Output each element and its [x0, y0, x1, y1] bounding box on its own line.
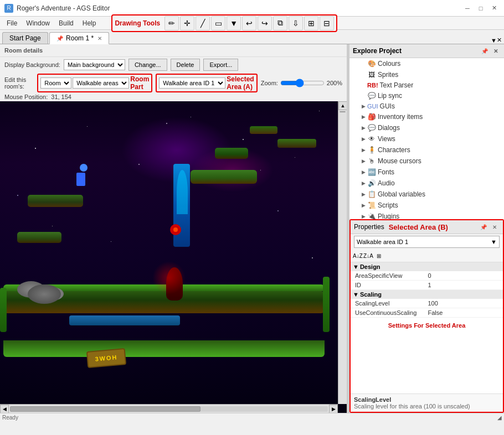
- copy-tool[interactable]: ⧉: [273, 16, 287, 30]
- tab-pin-icon[interactable]: 📌: [56, 35, 63, 42]
- tree-item-text-parser[interactable]: RB! Text Parser: [349, 80, 504, 90]
- fonts-toggle[interactable]: ▶: [359, 169, 367, 175]
- tree-item-inventory[interactable]: ▶ 🎒 Inventory items: [349, 111, 504, 122]
- selected-area-label-a: Selected Area (A): [227, 75, 254, 91]
- tab-room1[interactable]: 📌 Room 1 * ✕: [49, 32, 110, 44]
- scroll-up-button[interactable]: ▲: [338, 101, 347, 110]
- area-specific-view-value[interactable]: 0: [426, 272, 499, 279]
- scroll-left-button[interactable]: ◀: [0, 405, 9, 413]
- audio-label: Audio: [378, 179, 395, 187]
- zoom-group: Zoom: 200%: [261, 79, 342, 87]
- explorer-close-button[interactable]: ✕: [491, 46, 501, 56]
- main-layout: Room details Display Background: Main ba…: [0, 44, 504, 413]
- tab-start-page[interactable]: Start Page: [2, 32, 48, 44]
- scaling-level-value[interactable]: 100: [426, 300, 499, 307]
- tree-item-views[interactable]: ▶ 👁 Views: [349, 133, 504, 144]
- tab-close-all-button[interactable]: ✕: [497, 37, 502, 44]
- category-tool[interactable]: ⊞: [374, 251, 384, 261]
- tree-item-characters[interactable]: ▶ 🧍 Characters: [349, 144, 504, 156]
- selected-area-group: Walkable area ID 1 Selected Area (A): [156, 74, 257, 92]
- tree-item-colours[interactable]: 🎨 Colours: [349, 58, 504, 69]
- mouse-cursors-label: Mouse cursors: [378, 157, 421, 165]
- close-button[interactable]: ✕: [488, 3, 500, 14]
- guis-toggle[interactable]: ▶: [359, 103, 367, 109]
- player-head: [80, 164, 88, 172]
- tab-dropdown-button[interactable]: ▼: [491, 37, 497, 44]
- characters-toggle[interactable]: ▶: [359, 147, 367, 153]
- grid-tool[interactable]: ⊟: [320, 16, 334, 30]
- redo-tool[interactable]: ↪: [258, 16, 272, 30]
- tree-item-lip-sync[interactable]: 💬 Lip sync: [349, 90, 504, 101]
- tree-item-audio[interactable]: ▶ 🔊 Audio: [349, 178, 504, 189]
- dialogs-icon: 💬: [367, 123, 376, 132]
- colours-icon: 🎨: [367, 59, 376, 68]
- views-toggle[interactable]: ▶: [359, 136, 367, 142]
- platform-top-far-right: [277, 139, 316, 148]
- rect-tool[interactable]: ▭: [211, 16, 225, 30]
- tree-item-mouse-cursors[interactable]: ▶ 🖱 Mouse cursors: [349, 156, 504, 167]
- plugins-toggle[interactable]: ▶: [359, 214, 367, 219]
- canvas-area[interactable]: 3WOH ◀ ▶ ▲: [0, 101, 347, 413]
- props-close-button[interactable]: ✕: [490, 222, 500, 232]
- walkable-area-select[interactable]: Walkable area ID 1: [159, 77, 225, 89]
- props-toolbar: A↓Z Z↓A ⊞: [351, 250, 503, 262]
- h-scrollbar[interactable]: ◀ ▶: [0, 404, 338, 413]
- scaling-collapse-icon[interactable]: ▼: [353, 291, 359, 298]
- mouse-cursors-toggle[interactable]: ▶: [359, 158, 367, 164]
- zoom-value: 200%: [327, 80, 342, 86]
- tree-item-fonts[interactable]: ▶ 🔤 Fonts: [349, 167, 504, 178]
- status-bar: Ready ◢: [0, 413, 504, 422]
- sort-az-tool[interactable]: A↓Z: [353, 251, 363, 261]
- import-tool[interactable]: ⇩: [289, 16, 303, 30]
- tree-item-sprites[interactable]: 🖼 Sprites: [349, 69, 504, 80]
- undo-tool[interactable]: ↩: [242, 16, 256, 30]
- audio-toggle[interactable]: ▶: [359, 180, 367, 186]
- v-scrollbar[interactable]: ▲: [338, 101, 347, 404]
- menu-build[interactable]: Build: [54, 18, 78, 28]
- resize-handle[interactable]: ◢: [497, 415, 502, 421]
- v-scroll-thumb[interactable]: [340, 111, 346, 112]
- menu-help[interactable]: Help: [78, 18, 101, 28]
- settings-note: Settings For Selected Area: [351, 318, 503, 333]
- mouse-position-row: Mouse Position: 31, 154: [0, 94, 347, 101]
- line-tool[interactable]: ╱: [196, 16, 210, 30]
- tree-item-guis[interactable]: ▶ GUI GUIs: [349, 101, 504, 111]
- maximize-button[interactable]: □: [475, 3, 486, 14]
- h-scroll-thumb[interactable]: [10, 406, 200, 412]
- merge-tool[interactable]: ⊞: [304, 16, 318, 30]
- pencil-tool[interactable]: ✏: [164, 16, 179, 30]
- global-variables-toggle[interactable]: ▶: [359, 191, 367, 197]
- scroll-right-button[interactable]: ▶: [329, 405, 338, 413]
- crosshair-tool[interactable]: ✛: [180, 16, 194, 30]
- tree-item-dialogs[interactable]: ▶ 💬 Dialogs: [349, 122, 504, 133]
- inventory-toggle[interactable]: ▶: [359, 114, 367, 120]
- props-pin-button[interactable]: 📌: [479, 222, 488, 232]
- design-collapse-icon[interactable]: ▼: [353, 263, 359, 270]
- room-type-select[interactable]: Room: [40, 77, 71, 89]
- id-value[interactable]: 1: [426, 282, 499, 288]
- fill-tool[interactable]: ▼: [227, 16, 241, 30]
- menu-window[interactable]: Window: [22, 18, 54, 28]
- export-button[interactable]: Export...: [203, 59, 238, 71]
- menu-file[interactable]: File: [2, 18, 22, 28]
- use-continuous-scaling-value[interactable]: False: [426, 309, 499, 316]
- explorer-pin-button[interactable]: 📌: [480, 46, 490, 56]
- area-type-select[interactable]: Walkable areas: [73, 77, 129, 89]
- props-area-dropdown[interactable]: Walkable area ID 1 ▼: [354, 236, 500, 248]
- mouse-cursors-icon: 🖱: [367, 157, 376, 165]
- plugins-icon: 🔌: [367, 212, 376, 219]
- sort-za-tool[interactable]: Z↓A: [363, 251, 373, 261]
- change-button[interactable]: Change...: [128, 59, 167, 71]
- scaling-section-label: Scaling: [360, 291, 382, 298]
- delete-button[interactable]: Delete: [171, 59, 200, 71]
- tab-close-icon[interactable]: ✕: [97, 35, 102, 42]
- minimize-button[interactable]: ─: [462, 3, 473, 14]
- display-background-select[interactable]: Main background: [64, 59, 125, 70]
- dialogs-toggle[interactable]: ▶: [359, 125, 367, 131]
- tree-item-global-variables[interactable]: ▶ 📋 Global variables: [349, 189, 504, 200]
- tree-item-scripts[interactable]: ▶ 📜 Scripts: [349, 200, 504, 211]
- tree-item-plugins[interactable]: ▶ 🔌 Plugins: [349, 211, 504, 219]
- guis-icon: GUI: [367, 103, 378, 110]
- zoom-slider[interactable]: [280, 79, 325, 87]
- scripts-toggle[interactable]: ▶: [359, 203, 367, 208]
